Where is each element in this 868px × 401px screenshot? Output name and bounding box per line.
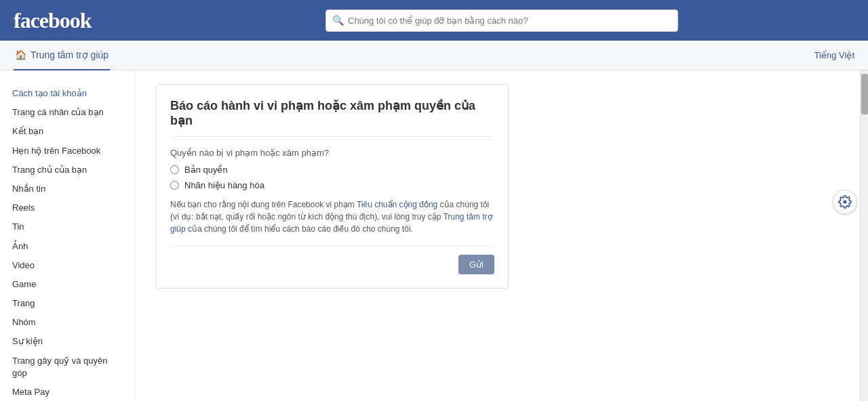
submit-button[interactable]: Gửi <box>458 255 494 274</box>
radio-option-ban-quyen[interactable]: Bản quyền <box>170 165 494 175</box>
form-actions: Gửi <box>170 246 494 274</box>
sidebar-item-13[interactable]: Sự kiện <box>7 332 128 351</box>
subnav: 🏠 Trung tâm trợ giúp Tiếng Việt <box>0 41 868 70</box>
sidebar-item-12[interactable]: Nhóm <box>7 313 128 332</box>
scrollbar-thumb[interactable] <box>861 74 868 114</box>
language-selector[interactable]: Tiếng Việt <box>814 50 854 60</box>
radio-ban-quyen-label[interactable]: Bản quyền <box>184 165 228 175</box>
sidebar-item-11[interactable]: Trang <box>7 294 128 313</box>
sidebar-item-8[interactable]: Ảnh <box>7 237 128 256</box>
sidebar-item-10[interactable]: Game <box>7 275 128 294</box>
info-text-part1: Nếu bạn cho rằng nội dung trên Facebook … <box>170 200 357 209</box>
search-bar: 🔍 <box>326 9 678 32</box>
form-title: Báo cáo hành vi vi phạm hoặc xâm phạm qu… <box>170 98 494 137</box>
help-center-label: Trung tâm trợ giúp <box>31 49 108 60</box>
info-text: Nếu bạn cho rằng nội dung trên Facebook … <box>170 198 494 235</box>
floating-help-button[interactable] <box>833 190 857 214</box>
sidebar-item-7[interactable]: Tin <box>7 217 128 236</box>
sidebar-item-6[interactable]: Reels <box>7 198 128 217</box>
sidebar: Cách tạo tài khoản Trang cá nhân của bạn… <box>0 70 136 401</box>
header: facebook 🔍 <box>0 0 868 41</box>
content-area: Báo cáo hành vi vi phạm hoặc xâm phạm qu… <box>136 70 860 401</box>
gear-icon <box>838 195 852 209</box>
sidebar-item-2[interactable]: Kết bạn <box>7 122 128 141</box>
search-icon: 🔍 <box>332 15 344 26</box>
home-icon: 🏠 <box>15 49 26 60</box>
search-input[interactable] <box>326 9 678 32</box>
sidebar-item-3[interactable]: Hẹn hộ trên Facebook <box>7 142 128 161</box>
sidebar-item-0[interactable]: Cách tạo tài khoản <box>7 84 128 103</box>
radio-nhan-hieu[interactable] <box>170 181 179 190</box>
radio-option-nhan-hieu[interactable]: Nhãn hiệu hàng hóa <box>170 180 494 190</box>
facebook-logo: facebook <box>14 8 136 33</box>
sidebar-item-1[interactable]: Trang cá nhân của bạn <box>7 103 128 122</box>
svg-point-0 <box>844 200 847 204</box>
radio-nhan-hieu-label[interactable]: Nhãn hiệu hàng hóa <box>184 180 264 190</box>
sidebar-item-15[interactable]: Meta Pay <box>7 383 128 401</box>
scrollbar[interactable] <box>860 70 868 401</box>
help-center-nav[interactable]: 🏠 Trung tâm trợ giúp <box>14 41 110 70</box>
form-question: Quyền nào bị vi phạm hoặc xâm phạm? <box>170 148 494 158</box>
info-text-part3: của chúng tôi để tìm hiểu cách báo cáo đ… <box>186 224 413 234</box>
community-standards-link[interactable]: Tiêu chuẩn cộng đồng <box>357 200 437 209</box>
sidebar-item-14[interactable]: Trang gây quỹ và quyên góp <box>7 352 128 383</box>
sidebar-item-9[interactable]: Video <box>7 256 128 275</box>
sidebar-item-5[interactable]: Nhắn tin <box>7 180 128 198</box>
radio-ban-quyen[interactable] <box>170 165 179 174</box>
report-form-card: Báo cáo hành vi vi phạm hoặc xâm phạm qu… <box>156 84 509 289</box>
sidebar-item-4[interactable]: Trang chủ của bạn <box>7 161 128 180</box>
main-layout: Cách tạo tài khoản Trang cá nhân của bạn… <box>0 70 868 401</box>
